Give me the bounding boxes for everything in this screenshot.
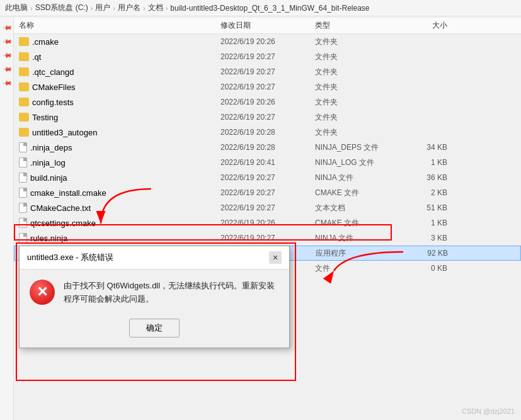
table-row[interactable]: config.tests 2022/6/19 20:26 文件夹 xyxy=(14,94,521,110)
folder-icon xyxy=(19,82,29,91)
folder-icon xyxy=(19,67,29,76)
table-row[interactable]: CMakeCache.txt 2022/6/19 20:27 文本文档 51 K… xyxy=(14,200,521,215)
folder-icon xyxy=(19,113,29,122)
breadcrumb-part[interactable]: build-untitled3-Desktop_Qt_6_3_1_MinGW_6… xyxy=(170,4,369,13)
table-row[interactable]: CMakeFiles 2022/6/19 20:27 文件夹 xyxy=(14,79,521,94)
table-row[interactable]: .ninja_log 2022/6/19 20:41 NINJA_LOG 文件 … xyxy=(14,155,521,170)
breadcrumb-sep: › xyxy=(113,4,115,12)
table-row[interactable]: qtcsettings.cmake 2022/6/19 20:26 CMAKE … xyxy=(14,215,521,230)
file-icon xyxy=(19,157,27,167)
file-icon xyxy=(19,203,27,213)
breadcrumb-part[interactable]: 用户 xyxy=(95,3,110,13)
breadcrumb-part[interactable]: 此电脑 xyxy=(5,3,28,13)
folder-icon xyxy=(19,98,29,106)
col-header-size[interactable]: 大小 xyxy=(397,20,447,31)
dialog-ok-button[interactable]: 确定 xyxy=(129,319,180,338)
breadcrumb-sep: › xyxy=(166,4,168,12)
breadcrumb-sep: › xyxy=(91,4,93,12)
column-headers: 名称 修改日期 类型 大小 xyxy=(14,18,521,34)
table-row[interactable]: untitled3_autogen 2022/6/19 20:28 文件夹 xyxy=(14,125,521,140)
error-dialog: untitled3.exe - 系统错误 × ✕ 由于找不到 Qt6Widget… xyxy=(19,246,290,348)
breadcrumb-part[interactable]: 用户名 xyxy=(118,3,140,13)
col-header-date[interactable]: 修改日期 xyxy=(220,20,315,31)
breadcrumb-sep: › xyxy=(143,4,146,12)
table-row[interactable]: .ninja_deps 2022/6/19 20:28 NINJA_DEPS 文… xyxy=(14,140,521,155)
file-list-area: 名称 修改日期 类型 大小 .cmake 2022/6/19 20:26 文件夹… xyxy=(14,18,521,420)
error-icon: ✕ xyxy=(30,280,55,305)
breadcrumb-part[interactable]: 文档 xyxy=(148,3,163,13)
dialog-body: ✕ 由于找不到 Qt6Widgets.dll，无法继续执行代码。重新安装程序可能… xyxy=(20,270,289,314)
file-icon xyxy=(19,188,27,198)
file-icon xyxy=(19,142,27,152)
watermark: CSDN @dzj2021 xyxy=(462,407,515,415)
dialog-title: untitled3.exe - 系统错误 xyxy=(27,252,113,263)
dialog-titlebar: untitled3.exe - 系统错误 × xyxy=(20,246,289,270)
pin-icon: 📌 xyxy=(1,22,13,35)
pin-icon: 📌 xyxy=(1,50,13,62)
breadcrumb-sep: › xyxy=(30,4,33,12)
dialog-close-button[interactable]: × xyxy=(269,251,282,264)
table-row[interactable]: Testing 2022/6/19 20:27 文件夹 xyxy=(14,110,521,125)
table-row[interactable]: rules.ninja 2022/6/19 20:27 NINJA 文件 3 K… xyxy=(14,230,521,246)
dialog-message: 由于找不到 Qt6Widgets.dll，无法继续执行代码。重新安装程序可能会解… xyxy=(64,280,279,306)
pin-icon: 📌 xyxy=(1,36,13,48)
pin-icon: 📌 xyxy=(1,64,13,76)
table-row[interactable]: .qtc_clangd 2022/6/19 20:27 文件夹 xyxy=(14,64,521,79)
breadcrumb-part[interactable]: SSD系统盘 (C:) xyxy=(35,3,88,13)
folder-icon xyxy=(19,128,29,137)
folder-icon xyxy=(19,37,29,46)
folder-icon xyxy=(19,52,29,61)
file-icon xyxy=(19,173,27,183)
col-header-type[interactable]: 类型 xyxy=(315,20,397,31)
table-row[interactable]: .cmake 2022/6/19 20:26 文件夹 xyxy=(14,34,521,49)
table-row[interactable]: .qt 2022/6/19 20:27 文件夹 xyxy=(14,49,521,64)
file-icon xyxy=(19,233,27,243)
breadcrumb: 此电脑 › SSD系统盘 (C:) › 用户 › 用户名 › 文档 › buil… xyxy=(0,0,521,16)
pin-icon: 📌 xyxy=(1,77,13,90)
table-row[interactable]: cmake_install.cmake 2022/6/19 20:27 CMAK… xyxy=(14,185,521,200)
left-sidebar: 📌 📌 📌 📌 📌 xyxy=(0,18,14,420)
table-row[interactable]: build.ninja 2022/6/19 20:27 NINJA 文件 36 … xyxy=(14,170,521,185)
col-header-name[interactable]: 名称 xyxy=(19,20,220,31)
dialog-footer: 确定 xyxy=(20,314,289,348)
file-icon xyxy=(19,218,27,228)
